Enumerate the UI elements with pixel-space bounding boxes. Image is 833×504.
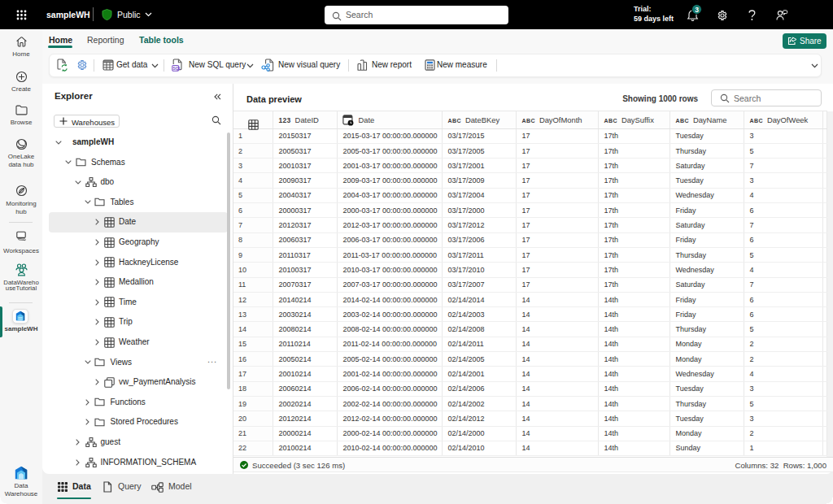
svg-text:SQL: SQL xyxy=(173,67,181,71)
